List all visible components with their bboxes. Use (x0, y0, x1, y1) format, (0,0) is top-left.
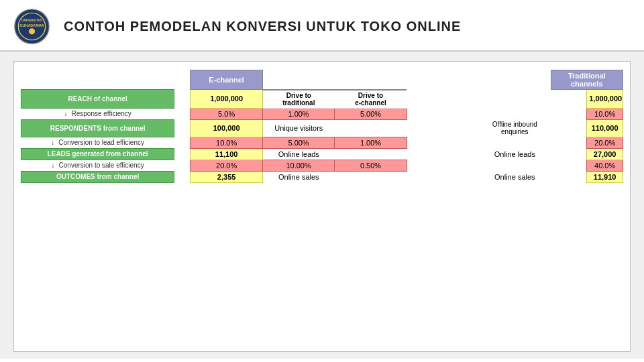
resp-trad-sp (551, 119, 587, 137)
reach-traditional-val: 1,000,000 (587, 90, 623, 109)
leads-e-val: 11,100 (191, 148, 262, 160)
leads-trad-val: 27,000 (587, 148, 623, 160)
resp-spacer3 (479, 108, 551, 119)
reach-arrow (174, 90, 191, 109)
conv-lead-label: ↓Conversion to lead efficiency (21, 137, 174, 148)
conv-sale-drive-trad: 10.00% (262, 160, 334, 171)
response-e-pct: 5.0% (191, 108, 262, 119)
reach-label: REACH of channel (21, 90, 174, 109)
conv-lead-trad-pct: 20.0% (587, 137, 623, 148)
conv-sale-label: ↓Conversion to sale efficiency (21, 160, 174, 171)
respondents-arrow (174, 119, 191, 137)
outcomes-trad-text: Online sales (479, 171, 551, 182)
conv-lead-row: ↓Conversion to lead efficiency 10.0% 5.0… (21, 137, 623, 148)
cs-spacer3 (479, 160, 551, 171)
reach-trad-spacer (551, 90, 587, 109)
leads-mid1 (335, 148, 407, 160)
page: UNIVERSITAS GUNADARMA CONTOH PEMODELAN K… (0, 0, 644, 362)
response-row: ↓Response efficiency 5.0% 1.00% 5.00% 10… (21, 108, 623, 119)
leads-mid2 (407, 148, 478, 160)
leads-trad-text: Online leads (479, 148, 551, 160)
diagram-container: E-channel Traditional channels REACH of … (13, 61, 631, 352)
left-spacer (21, 70, 174, 90)
drive-echan-label: Drive toe-channel (337, 92, 405, 107)
leads-label: LEADS generated from channel (21, 148, 174, 160)
conv-sale-trad-pct: 40.0% (587, 160, 623, 171)
cl-spacer3 (479, 137, 551, 148)
respondents-trad-text: Offline inbound enquiries (479, 119, 551, 137)
resp-mid2 (407, 119, 478, 137)
header: UNIVERSITAS GUNADARMA CONTOH PEMODELAN K… (0, 0, 644, 52)
reach-drive-trad: Drive totraditional (262, 90, 334, 109)
conv-sale-row: ↓Conversion to sale efficiency 20.0% 10.… (21, 160, 623, 171)
cl-spacer (174, 137, 191, 148)
leads-row: LEADS generated from channel 11,100 Onli… (21, 148, 623, 160)
respondents-trad-val: 110,000 (587, 119, 623, 137)
respondents-row: RESPONDENTS from channel 100,000 Unique … (21, 119, 623, 137)
reach-spacer (407, 90, 478, 109)
response-trad-pct: 10.0% (587, 108, 623, 119)
respondents-e-text: Unique visitors (262, 119, 334, 137)
out-mid1 (335, 171, 407, 182)
cs-spacer (174, 160, 191, 171)
spacer-mid (407, 70, 478, 90)
leads-e-text: Online leads (262, 148, 334, 160)
cs-spacer4 (551, 160, 587, 171)
outcomes-e-text: Online sales (262, 171, 334, 182)
trad-text-header (479, 70, 551, 90)
respondents-e-val: 100,000 (191, 119, 262, 137)
resp-mid1 (335, 119, 407, 137)
drive-echan-header (335, 70, 407, 90)
resp-spacer4 (551, 108, 587, 119)
outcomes-label: OUTCOMES from channel (21, 171, 174, 182)
main-content: E-channel Traditional channels REACH of … (0, 52, 644, 359)
conv-sale-drive-echan: 0.50% (335, 160, 407, 171)
logo-icon: UNIVERSITAS GUNADARMA (13, 8, 50, 45)
outcomes-row: OUTCOMES from channel 2,355 Online sales… (21, 171, 623, 182)
leads-trad-sp (551, 148, 587, 160)
conv-lead-drive-echan: 1.00% (335, 137, 407, 148)
cs-spacer2 (407, 160, 478, 171)
svg-text:GUNADARMA: GUNADARMA (19, 23, 44, 27)
svg-text:UNIVERSITAS: UNIVERSITAS (21, 19, 42, 22)
outcomes-e-val: 2,355 (191, 171, 262, 182)
cl-spacer2 (407, 137, 478, 148)
response-drive-echan: 5.00% (335, 108, 407, 119)
conversion-table: E-channel Traditional channels REACH of … (21, 70, 623, 183)
out-mid2 (407, 171, 478, 182)
conv-lead-drive-trad: 5.00% (262, 137, 334, 148)
echannel-header: E-channel (191, 70, 262, 90)
spacer1 (174, 70, 191, 90)
out-trad-sp (551, 171, 587, 182)
traditional-header: Traditional channels (551, 70, 623, 90)
reach-row: REACH of channel 1,000,000 Drive totradi… (21, 90, 623, 109)
outcomes-trad-val: 11,910 (587, 171, 623, 182)
response-drive-trad: 1.00% (262, 108, 334, 119)
resp-spacer2 (407, 108, 478, 119)
reach-drive-echan: Drive toe-channel (335, 90, 407, 109)
reach-trad-text (479, 90, 551, 109)
page-title: CONTOH PEMODELAN KONVERSI UNTUK TOKO ONL… (64, 19, 461, 34)
drive-trad-header (262, 70, 334, 90)
conv-sale-e-pct: 20.0% (191, 160, 262, 171)
drive-trad-label: Drive totraditional (265, 92, 333, 107)
respondents-label: RESPONDENTS from channel (21, 119, 174, 137)
out-spacer (174, 171, 191, 182)
reach-echannel-val: 1,000,000 (191, 90, 262, 109)
response-label: ↓Response efficiency (21, 108, 174, 119)
conv-lead-e-pct: 10.0% (191, 137, 262, 148)
resp-spacer (174, 108, 191, 119)
channel-header-row: E-channel Traditional channels (21, 70, 623, 90)
leads-arrow (174, 148, 191, 160)
cl-spacer4 (551, 137, 587, 148)
